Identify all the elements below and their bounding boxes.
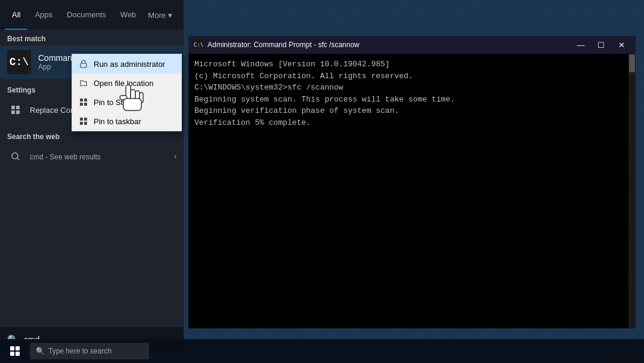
cmd-scrollbar[interactable] (628, 54, 636, 328)
context-item-pin-taskbar[interactable]: Pin to taskbar (72, 112, 181, 131)
search-web-chevron: › (174, 152, 177, 161)
taskbar-search-placeholder: Type here to search (48, 347, 112, 355)
run-admin-icon (78, 59, 89, 69)
cmd-line-8: Beginning verification phase of system s… (194, 105, 630, 117)
svg-rect-0 (11, 106, 15, 109)
svg-rect-9 (80, 103, 83, 106)
window-controls: — ☐ ✕ (571, 38, 631, 51)
nav-tab-all[interactable]: All (5, 0, 27, 30)
svg-rect-2 (11, 110, 15, 114)
maximize-button[interactable]: ☐ (592, 38, 611, 51)
nav-tab-documents[interactable]: Documents (60, 0, 113, 30)
chevron-down-icon: ▾ (168, 11, 172, 20)
start-menu: All Apps Documents Web More ▾ Best match… (0, 0, 184, 352)
minimize-button[interactable]: — (571, 38, 590, 51)
pin-start-icon (78, 97, 89, 107)
svg-rect-13 (80, 122, 83, 125)
cmd-content: Microsoft Windows [Version 10.0.19042.98… (188, 54, 636, 328)
cmd-line-9: Verification 5% complete. (194, 117, 630, 129)
svg-rect-12 (84, 118, 87, 121)
search-web-item[interactable]: cmd - See web results › (0, 143, 184, 170)
svg-rect-6 (80, 63, 86, 67)
nav-tab-web[interactable]: Web (113, 0, 144, 30)
context-item-open-file[interactable]: Open file location (72, 73, 181, 93)
cmd-title-text: Administrator: Command Prompt - sfc /sca… (208, 41, 568, 49)
svg-rect-1 (16, 106, 20, 109)
search-web-section: Search the web cmd - See web results › (0, 125, 184, 172)
svg-rect-3 (16, 110, 20, 114)
cmd-icon: C:\ (10, 56, 29, 68)
context-menu: Run as administrator Open file location (72, 54, 182, 131)
app-icon: C:\ (7, 50, 31, 74)
cmd-window: C:\ Administrator: Command Prompt - sfc … (188, 36, 636, 328)
taskbar-search-icon: 🔍 (36, 347, 45, 355)
start-button[interactable] (0, 339, 30, 363)
pin-taskbar-icon (78, 116, 89, 127)
context-item-run-as-admin[interactable]: Run as administrator (72, 54, 181, 73)
settings-icon (7, 101, 24, 118)
svg-rect-11 (80, 118, 83, 121)
cmd-line-4: C:\WINDOWS\system32>sfc /scannow (194, 82, 630, 94)
svg-line-5 (17, 158, 20, 161)
cmd-scroll-thumb[interactable] (629, 54, 635, 72)
search-web-query: cmd - See web results (30, 152, 174, 161)
taskbar-search[interactable]: 🔍 Type here to search (30, 343, 149, 359)
best-match-label: Best match (0, 30, 184, 45)
start-nav: All Apps Documents Web More ▾ (0, 0, 184, 30)
svg-rect-10 (84, 103, 87, 106)
nav-more-button[interactable]: More ▾ (143, 7, 177, 23)
cmd-line-1: Microsoft Windows [Version 10.0.19042.98… (194, 59, 630, 70)
nav-tab-apps[interactable]: Apps (27, 0, 60, 30)
svg-rect-14 (84, 122, 87, 125)
svg-rect-8 (84, 99, 87, 101)
context-item-pin-start[interactable]: Pin to Start (72, 93, 181, 112)
cmd-titlebar[interactable]: C:\ Administrator: Command Prompt - sfc … (188, 36, 636, 54)
close-button[interactable]: ✕ (612, 38, 631, 51)
web-search-icon (7, 148, 24, 165)
cmd-line-6: Beginning system scan. This process will… (194, 94, 630, 106)
svg-rect-7 (80, 99, 83, 101)
desktop: C:\ Administrator: Command Prompt - sfc … (0, 0, 644, 363)
open-file-icon (78, 78, 89, 88)
cmd-line-2: (c) Microsoft Corporation. All rights re… (194, 70, 630, 82)
taskbar: 🔍 Type here to search (0, 339, 644, 363)
cmd-title-icon: C:\ (193, 39, 204, 50)
windows-icon (10, 346, 20, 356)
